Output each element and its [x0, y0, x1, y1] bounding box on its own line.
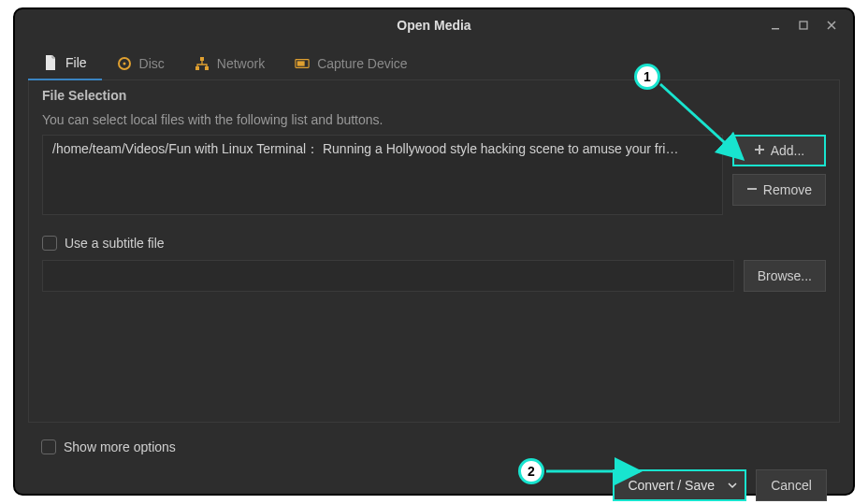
subtitle-checkbox-label: Use a subtitle file [65, 236, 165, 251]
tab-capture-label: Capture Device [317, 56, 408, 71]
file-list-entry: /home/team/Videos/Fun with Linux Termina… [52, 141, 678, 156]
file-side-buttons: Add... Remove [732, 135, 826, 215]
svg-rect-0 [772, 28, 779, 30]
subtitle-row: Use a subtitle file [42, 236, 826, 251]
file-icon [43, 55, 58, 70]
network-icon [195, 56, 210, 71]
capture-icon [295, 56, 310, 71]
convert-save-dropdown[interactable]: Convert / Save [613, 469, 746, 501]
svg-rect-1 [800, 22, 807, 29]
svg-rect-4 [200, 57, 204, 61]
open-media-window: Open Media File [13, 7, 855, 496]
disc-icon [117, 56, 132, 71]
convert-save-label: Convert / Save [628, 478, 715, 493]
tab-disc-label: Disc [139, 56, 165, 71]
plus-icon [754, 143, 765, 158]
show-more-checkbox[interactable] [41, 439, 56, 454]
tab-network-label: Network [217, 56, 265, 71]
annotation-badge-1: 1 [634, 64, 660, 90]
show-more-label: Show more options [64, 439, 176, 454]
tab-disc[interactable]: Disc [102, 47, 180, 80]
minus-icon [746, 182, 758, 197]
add-button-label: Add... [771, 143, 805, 158]
file-selection-heading: File Selection [42, 88, 826, 103]
dialog-content: File Disc Network Capture Device [15, 41, 853, 504]
svg-rect-6 [205, 66, 209, 70]
remove-button[interactable]: Remove [732, 174, 826, 206]
svg-point-3 [123, 63, 125, 65]
maximize-icon[interactable] [789, 12, 817, 38]
file-list[interactable]: /home/team/Videos/Fun with Linux Termina… [42, 135, 723, 215]
subtitle-input-row: Browse... [42, 260, 826, 292]
tab-file[interactable]: File [28, 47, 102, 80]
cancel-button-label: Cancel [771, 478, 812, 493]
dialog-footer: Show more options [28, 423, 840, 466]
remove-button-label: Remove [763, 182, 812, 197]
file-selection-hint: You can select local files with the foll… [42, 112, 826, 127]
window-controls [761, 9, 846, 41]
window-title: Open Media [397, 18, 470, 33]
tab-file-label: File [65, 55, 87, 70]
close-icon[interactable] [817, 12, 846, 38]
browse-button[interactable]: Browse... [744, 260, 826, 292]
subtitle-path-input[interactable] [42, 260, 734, 292]
file-row: /home/team/Videos/Fun with Linux Termina… [42, 135, 826, 215]
tab-capture[interactable]: Capture Device [280, 47, 423, 80]
annotation-badge-2: 2 [518, 458, 544, 484]
browse-button-label: Browse... [758, 268, 812, 283]
footer-left: Show more options [41, 439, 176, 454]
dialog-actions: Convert / Save Cancel [28, 466, 840, 501]
cancel-button[interactable]: Cancel [756, 469, 827, 501]
file-panel: File Selection You can select local file… [28, 80, 840, 423]
footer-right: Convert / Save Cancel [613, 469, 827, 501]
source-tabs: File Disc Network Capture Device [28, 47, 840, 80]
svg-rect-5 [195, 66, 199, 70]
minimize-icon[interactable] [761, 12, 789, 38]
svg-rect-8 [297, 61, 305, 65]
subtitle-checkbox[interactable] [42, 236, 57, 251]
chevron-down-icon [728, 478, 737, 493]
tab-network[interactable]: Network [180, 47, 280, 80]
titlebar: Open Media [15, 9, 853, 41]
add-button[interactable]: Add... [732, 135, 826, 166]
